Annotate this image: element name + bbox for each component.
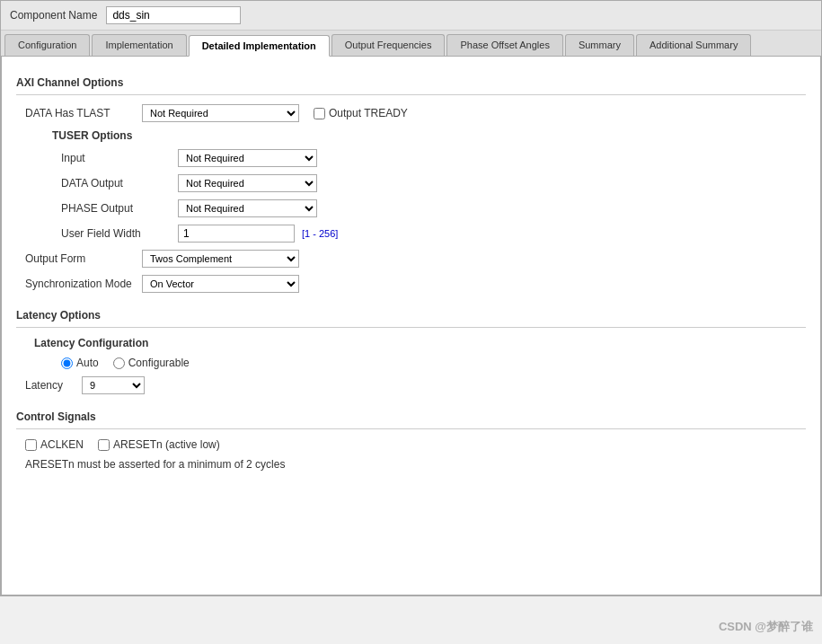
auto-radio-label: Auto bbox=[76, 357, 99, 369]
tab-detailed-implementation[interactable]: Detailed Implementation bbox=[189, 35, 330, 57]
output-tready-checkbox[interactable] bbox=[314, 108, 325, 119]
tab-implementation[interactable]: Implementation bbox=[92, 34, 186, 56]
latency-options-header: Latency Options bbox=[16, 309, 806, 322]
tab-phase-offset-angles[interactable]: Phase Offset Angles bbox=[446, 34, 562, 56]
user-field-width-input[interactable] bbox=[178, 225, 295, 243]
areset-item[interactable]: ARESETn (active low) bbox=[98, 438, 220, 451]
aclken-item[interactable]: ACLKEN bbox=[25, 438, 84, 451]
synchronization-mode-select[interactable]: On Vector On Packet bbox=[142, 275, 299, 293]
areset-checkbox[interactable] bbox=[98, 439, 110, 451]
user-field-width-range: [1 - 256] bbox=[302, 228, 338, 239]
auto-radio-item[interactable]: Auto bbox=[61, 357, 99, 369]
tuser-phase-output-select[interactable]: Not Required Required bbox=[178, 199, 317, 217]
tabs-bar: Configuration Implementation Detailed Im… bbox=[1, 31, 821, 57]
user-field-width-label: User Field Width bbox=[61, 227, 178, 240]
latency-label: Latency bbox=[25, 379, 75, 392]
component-name-input[interactable] bbox=[106, 6, 241, 24]
tab-configuration[interactable]: Configuration bbox=[4, 34, 90, 56]
tuser-phase-output-row: PHASE Output Not Required Required bbox=[34, 199, 806, 217]
output-tready-label: Output TREADY bbox=[329, 107, 408, 119]
tuser-options-header: TUSER Options bbox=[52, 129, 806, 142]
configurable-radio[interactable] bbox=[113, 357, 125, 369]
tuser-phase-output-label: PHASE Output bbox=[61, 202, 178, 215]
latency-configuration-header: Latency Configuration bbox=[34, 337, 806, 349]
areset-note: ARESETn must be asserted for a minimum o… bbox=[16, 458, 806, 471]
synchronization-mode-row: Synchronization Mode On Vector On Packet bbox=[16, 275, 806, 293]
control-signals-header: Control Signals bbox=[16, 410, 806, 423]
tuser-data-output-select[interactable]: Not Required Required bbox=[178, 174, 317, 192]
tuser-data-output-label: DATA Output bbox=[61, 177, 178, 190]
tuser-input-select[interactable]: Not Required Required bbox=[178, 149, 317, 167]
tab-additional-summary[interactable]: Additional Summary bbox=[636, 34, 751, 56]
auto-radio[interactable] bbox=[61, 357, 73, 369]
component-name-label: Component Name bbox=[10, 9, 97, 22]
aclken-label: ACLKEN bbox=[40, 438, 84, 451]
control-signals-checkboxes: ACLKEN ARESETn (active low) bbox=[16, 438, 806, 451]
aclken-checkbox[interactable] bbox=[25, 439, 37, 451]
synchronization-mode-label: Synchronization Mode bbox=[25, 278, 142, 290]
latency-radio-group: Auto Configurable bbox=[16, 357, 806, 369]
data-has-tlast-select[interactable]: Not Required Required bbox=[142, 104, 299, 122]
data-has-tlast-row: DATA Has TLAST Not Required Required Out… bbox=[16, 104, 806, 122]
configurable-radio-label: Configurable bbox=[128, 357, 190, 369]
tab-summary[interactable]: Summary bbox=[565, 34, 634, 56]
output-form-row: Output Form Twos Complement Sign and Mag… bbox=[16, 250, 806, 268]
main-content: AXI Channel Options DATA Has TLAST Not R… bbox=[1, 57, 821, 595]
output-form-select[interactable]: Twos Complement Sign and Magnitude Unsig… bbox=[142, 250, 299, 268]
tuser-data-output-row: DATA Output Not Required Required bbox=[34, 174, 806, 192]
user-field-width-row: User Field Width [1 - 256] bbox=[34, 225, 806, 243]
areset-label: ARESETn (active low) bbox=[113, 438, 220, 451]
latency-row: Latency 9 10 11 12 bbox=[16, 376, 806, 394]
configurable-radio-item[interactable]: Configurable bbox=[113, 357, 190, 369]
tuser-input-row: Input Not Required Required bbox=[34, 149, 806, 167]
latency-select[interactable]: 9 10 11 12 bbox=[82, 376, 145, 394]
tuser-input-label: Input bbox=[61, 152, 178, 164]
tab-output-frequencies[interactable]: Output Frequencies bbox=[331, 34, 446, 56]
output-tready-checkbox-row: Output TREADY bbox=[314, 107, 408, 119]
data-has-tlast-label: DATA Has TLAST bbox=[25, 107, 142, 119]
axi-channel-options-header: AXI Channel Options bbox=[16, 76, 806, 89]
output-form-label: Output Form bbox=[25, 252, 142, 265]
